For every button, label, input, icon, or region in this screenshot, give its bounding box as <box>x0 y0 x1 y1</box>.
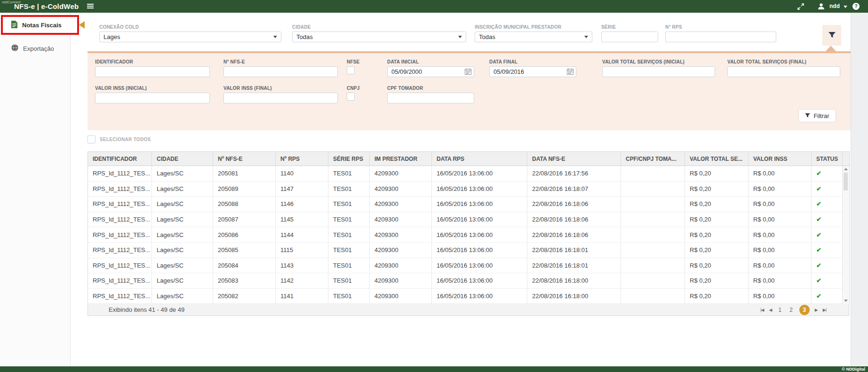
select-all-checkbox[interactable] <box>88 135 96 143</box>
document-icon <box>11 21 17 30</box>
column-header[interactable]: DATA NFS-E <box>527 152 621 166</box>
column-header[interactable]: Nº RPS <box>276 152 328 166</box>
data-inicial-input[interactable] <box>387 66 474 77</box>
filtrar-button-label: Filtrar <box>813 112 829 119</box>
table-row[interactable]: RPS_Id_1112_TES...Lages/SC2050861144TES0… <box>88 227 850 243</box>
column-header[interactable]: IM PRESTADOR <box>370 152 432 166</box>
sidebar-item-exportacao[interactable]: Exportação <box>0 42 71 55</box>
valor-total-final-input[interactable] <box>727 66 840 77</box>
scrollbar-thumb[interactable] <box>844 173 848 190</box>
table-row[interactable]: RPS_Id_1112_TES...Lages/SC2050831142TES0… <box>88 273 850 289</box>
table-cell <box>621 273 685 289</box>
bottombar: © NDDigital <box>0 366 868 372</box>
table-cell: 205087 <box>213 212 276 227</box>
table-row[interactable]: RPS_Id_1112_TES...Lages/SC2050881146TES0… <box>88 197 850 212</box>
cidade-select[interactable]: Todas <box>292 32 466 42</box>
filter-toggle-button[interactable] <box>822 25 841 46</box>
status-cell: ✔ <box>812 242 843 258</box>
field-label: VALOR INSS (INICIAL) <box>95 86 210 91</box>
table-cell: 4209300 <box>370 227 432 243</box>
field-label: VALOR INSS (FINAL) <box>223 86 338 91</box>
sidebar-item-notas-fiscais[interactable]: Notas Fiscais <box>0 16 71 34</box>
active-item-indicator-icon <box>79 21 85 29</box>
menu-icon[interactable] <box>87 4 94 9</box>
table-cell: 4209300 <box>370 166 432 182</box>
status-ok-icon: ✔ <box>816 216 821 223</box>
app-root: nddConnect NFS-e | e-ColdWeb ndd ? <box>0 0 868 372</box>
last-page-icon[interactable]: ▶| <box>823 308 826 312</box>
status-cell: ✔ <box>812 258 843 273</box>
field-label: CIDADE <box>292 24 466 30</box>
inscricao-municipal-select[interactable]: Todas <box>475 32 592 42</box>
conexao-cold-select[interactable]: Lages <box>99 32 281 42</box>
sidebar: Notas Fiscais Exportação <box>0 13 71 366</box>
calendar-icon[interactable] <box>567 68 573 77</box>
page-number[interactable]: 3 <box>799 305 810 315</box>
table-cell: 22/08/2016 16:18:07 <box>527 181 621 197</box>
serie-input[interactable] <box>601 32 658 42</box>
field-label: CONEXÃO COLD <box>99 24 281 30</box>
table-row[interactable]: RPS_Id_1112_TES...Lages/SC2050821141TES0… <box>88 288 850 304</box>
field-label: N° NFS-E <box>223 59 338 64</box>
scroll-up-icon[interactable] <box>844 168 848 170</box>
filter-cnpj-checkbox: CNPJ <box>347 86 359 101</box>
table-row[interactable]: RPS_Id_1112_TES...Lages/SC2050851115TES0… <box>88 242 850 258</box>
n-rps-input[interactable] <box>665 32 776 42</box>
valor-total-inicial-input[interactable] <box>602 66 715 77</box>
table-cell: R$ 0,00 <box>749 166 812 182</box>
nfse-checkbox[interactable] <box>347 66 355 74</box>
valor-inss-final-input[interactable] <box>223 93 338 103</box>
table-cell: RPS_Id_1112_TES... <box>88 227 152 243</box>
column-header[interactable]: SÉRIE RPS <box>328 152 370 166</box>
first-page-icon[interactable]: |◀ <box>760 308 764 312</box>
copyright: © NDDigital <box>842 367 865 372</box>
user-icon[interactable] <box>817 2 825 12</box>
cnpj-checkbox[interactable] <box>347 93 355 101</box>
select-value: Lages <box>104 33 120 40</box>
calendar-icon[interactable] <box>465 68 471 77</box>
prev-page-icon[interactable]: ◀ <box>769 308 772 312</box>
table-row[interactable]: RPS_Id_1112_TES...Lages/SC2050891147TES0… <box>88 181 850 197</box>
table-row[interactable]: RPS_Id_1112_TES...Lages/SC2050841143TES0… <box>88 258 850 273</box>
next-page-icon[interactable]: ▶ <box>815 308 818 312</box>
table-cell: Lages/SC <box>152 166 213 182</box>
column-header[interactable]: CPF/CNPJ TOMA... <box>621 152 685 166</box>
chevron-down-icon[interactable] <box>844 6 847 8</box>
table-cell: 4209300 <box>370 212 432 227</box>
table-scrollbar[interactable] <box>842 166 849 304</box>
column-header[interactable]: STATUS <box>812 152 843 166</box>
globe-icon <box>11 44 18 53</box>
scroll-down-icon[interactable] <box>844 300 848 302</box>
table-cell: 1147 <box>276 181 328 197</box>
table-cell: 16/05/2016 13:06:00 <box>432 227 527 243</box>
page-scroll-gutter[interactable] <box>851 13 868 366</box>
table-row[interactable]: RPS_Id_1112_TES...Lages/SC2050811140TES0… <box>88 166 850 182</box>
column-header[interactable]: DATA RPS <box>432 152 527 166</box>
expand-icon[interactable] <box>797 3 804 12</box>
column-header[interactable]: VALOR TOTAL SE... <box>685 152 749 166</box>
filter-valor-total-inicial: VALOR TOTAL SERVIÇOS (INICIAL) <box>602 59 715 77</box>
column-header[interactable]: IDENTIFICADOR <box>88 152 152 166</box>
table-cell: 1142 <box>276 273 328 289</box>
page-number[interactable]: 1 <box>777 307 783 313</box>
page-number[interactable]: 2 <box>788 307 794 313</box>
table-cell: RPS_Id_1112_TES... <box>88 181 152 197</box>
table-cell: 16/05/2016 13:06:00 <box>432 166 527 182</box>
table-row[interactable]: RPS_Id_1112_TES...Lages/SC2050871145TES0… <box>88 212 850 227</box>
filtrar-button[interactable]: Filtrar <box>798 109 836 122</box>
user-menu[interactable]: ndd <box>829 0 840 13</box>
table-cell: 205085 <box>213 242 276 258</box>
column-header[interactable]: VALOR INSS <box>749 152 812 166</box>
data-final-input[interactable] <box>489 66 576 77</box>
scrollbar-spacer <box>843 152 850 166</box>
column-header[interactable]: Nº NFS-E <box>213 152 276 166</box>
identificador-input[interactable] <box>95 66 210 77</box>
grid-footer: Exibindo itens 41 - 49 de 49 |◀◀123▶▶| <box>88 304 849 316</box>
n-nfse-input[interactable] <box>223 66 338 77</box>
table-cell: 205083 <box>213 273 276 289</box>
help-icon[interactable]: ? <box>852 3 860 10</box>
select-all: SELECIONAR TODOS <box>88 135 151 143</box>
cpf-tomador-input[interactable] <box>387 93 474 103</box>
valor-inss-inicial-input[interactable] <box>95 93 210 103</box>
column-header[interactable]: CIDADE <box>152 152 213 166</box>
